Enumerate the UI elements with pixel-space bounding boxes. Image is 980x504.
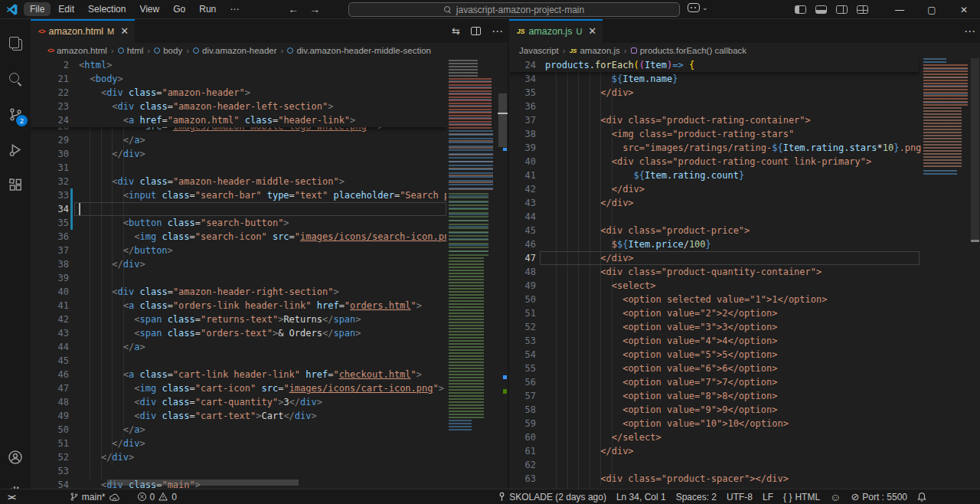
code-line[interactable]: <a href="amazon.html" class="header-link… xyxy=(79,113,355,127)
breadcrumb-item[interactable]: div.amazon-header xyxy=(202,46,277,55)
code-line[interactable]: products.forEach((Item)=> { xyxy=(545,58,694,72)
code-line[interactable]: <div class="amazon-header-middle-section… xyxy=(79,175,345,188)
menu-edit[interactable]: Edit xyxy=(52,2,80,16)
code-line[interactable]: <img class="product-rating-stars" xyxy=(545,127,794,141)
more-icon[interactable] xyxy=(964,25,975,38)
code-line[interactable]: <option value="4">4</option> xyxy=(545,334,777,348)
code-line[interactable]: <div class="amazon-header-left-section"> xyxy=(79,100,333,113)
sticky-scroll[interactable]: 24products.forEach((Item)=> { xyxy=(509,58,919,72)
open-changes-icon[interactable] xyxy=(452,25,460,37)
code-line[interactable]: <span class="returns-text">Returns</span… xyxy=(79,313,361,326)
code-line[interactable]: </a> xyxy=(79,340,145,354)
code-line[interactable]: </div> xyxy=(79,147,145,161)
sidebar-item-accounts[interactable] xyxy=(0,442,31,473)
menu-run[interactable]: Run xyxy=(193,2,222,16)
editor-sash[interactable] xyxy=(508,19,509,489)
breadcrumb-item[interactable]: amazon.html xyxy=(57,46,107,55)
code-line[interactable]: <body> xyxy=(79,72,123,86)
sidebar-item-explorer[interactable] xyxy=(0,28,31,59)
more-icon[interactable] xyxy=(492,25,503,38)
code-line[interactable]: <a class="cart-link header-link" href="c… xyxy=(79,368,422,381)
eol-sequence[interactable]: LF xyxy=(763,492,773,502)
code-line[interactable]: </div> xyxy=(545,444,634,458)
go-back-icon[interactable]: ← xyxy=(288,3,299,15)
split-editor-icon[interactable] xyxy=(471,27,481,35)
language-mode[interactable]: { } HTML xyxy=(783,492,820,502)
scrollbar-thumb[interactable] xyxy=(498,93,507,147)
gitlens-commit-info[interactable]: SKOLADE (2 days ago) xyxy=(498,492,606,502)
code-line[interactable]: <option value="8">8</option> xyxy=(545,389,777,403)
code-line[interactable]: <div class="amazon-header"> xyxy=(79,86,250,100)
code-line[interactable]: <option value="6">6</option> xyxy=(545,362,777,375)
code-line[interactable]: </select> xyxy=(545,430,662,444)
breadcrumb-item[interactable]: products.forEach() callback xyxy=(640,46,746,55)
code-line[interactable]: <option value="9">9</option> xyxy=(545,403,777,417)
live-server-port[interactable]: ⊘ Port : 5500 xyxy=(851,491,907,502)
code-line[interactable]: </div> xyxy=(545,182,645,196)
scrollbar-vertical[interactable] xyxy=(970,58,980,489)
sidebar-item-extensions[interactable] xyxy=(0,169,31,200)
git-branch-status[interactable]: main* xyxy=(70,492,120,502)
breadcrumb-item[interactable]: body xyxy=(163,46,182,55)
code-line[interactable]: <img class="cart-icon" src="images/icons… xyxy=(79,381,444,395)
menu-file[interactable]: File xyxy=(24,2,51,16)
code-line[interactable]: </div> xyxy=(545,251,634,265)
code-line[interactable]: <div class="cart-quantity">3</div> xyxy=(79,395,322,409)
code-line[interactable]: src="images/ratings/rating-${Item.rating… xyxy=(545,141,933,155)
code-line[interactable]: <div class="product-rating-container"> xyxy=(545,113,811,127)
feedback-smiley[interactable]: ☺ xyxy=(830,491,841,503)
scrollbar-thumb[interactable] xyxy=(971,58,979,242)
menu-go[interactable]: Go xyxy=(167,2,191,16)
code-line[interactable]: <option value="2">2</option> xyxy=(545,306,777,320)
sidebar-item-run-debug[interactable] xyxy=(0,134,31,165)
breadcrumb-item[interactable]: Javascript xyxy=(519,46,559,55)
code-line[interactable]: $${Item.price/100} xyxy=(545,237,711,251)
code-line[interactable]: </div> xyxy=(79,257,145,271)
customize-layout-icon[interactable] xyxy=(857,5,868,14)
code-line[interactable]: <div class="amazon-header-right-section"… xyxy=(79,285,339,299)
problems-status[interactable]: 0 0 xyxy=(137,492,177,502)
cursor-position[interactable]: Ln 34, Col 1 xyxy=(616,492,666,502)
minimize-icon[interactable]: — xyxy=(884,0,916,19)
tab-amazon-js[interactable]: JS amazon.js U ✕ xyxy=(509,19,603,43)
menu-selection[interactable]: Selection xyxy=(82,2,132,16)
go-forward-icon[interactable]: → xyxy=(309,3,320,15)
code-line[interactable]: <img class="search-icon" src="images/ico… xyxy=(79,230,466,244)
sidebar-item-source-control[interactable]: 2 xyxy=(0,99,31,129)
code-line[interactable]: <a class="orders-link header-link" href=… xyxy=(79,299,422,313)
code-line[interactable]: <div class="cart-text">Cart</div> xyxy=(79,409,317,423)
editor-amazon-html[interactable]: 28 src="images/amazon-mobile-logo-white.… xyxy=(31,58,508,489)
menu-view[interactable]: View xyxy=(133,2,165,16)
code-line[interactable]: <button class="search-button"> xyxy=(79,216,289,230)
copilot-chat-button[interactable]: ⌄ xyxy=(688,3,708,12)
remote-indicator[interactable]: >< xyxy=(8,493,15,502)
sidebar-item-search[interactable] xyxy=(0,64,31,94)
code-line[interactable]: <html> xyxy=(79,58,112,72)
code-line[interactable]: </div> xyxy=(545,86,634,100)
code-line[interactable]: <input class="search-bar" type="text" pl… xyxy=(79,188,499,202)
scrollbar-vertical[interactable] xyxy=(498,58,508,489)
encoding[interactable]: UTF-8 xyxy=(727,492,753,502)
code-line[interactable]: <option value="10">10</option> xyxy=(545,417,789,430)
toggle-primary-sidebar-icon[interactable] xyxy=(795,5,806,14)
notifications[interactable] xyxy=(917,492,926,502)
editor-amazon-js[interactable]: 34 ${Item.name}35 </div>3637 <div class=… xyxy=(509,58,980,489)
breadcrumb-item[interactable]: amazon.js xyxy=(580,46,619,55)
code-line[interactable]: <div class="product-price"> xyxy=(545,224,750,237)
code-line[interactable]: </div> xyxy=(545,196,634,210)
minimap[interactable] xyxy=(921,58,971,489)
code-line[interactable]: </div> xyxy=(79,450,134,464)
code-line[interactable]: <div class="product-spacer"></div> xyxy=(545,472,789,486)
menu-⋯[interactable]: ⋯ xyxy=(224,2,245,16)
close-icon[interactable]: ✕ xyxy=(948,0,980,19)
code-line[interactable]: <span class="orders-text">& Orders</span… xyxy=(79,326,361,340)
code-line[interactable]: <option value="7">7</option> xyxy=(545,375,777,389)
code-line[interactable]: </div> xyxy=(79,437,145,450)
code-line[interactable]: </button> xyxy=(79,244,173,257)
code-line[interactable]: ${Item.rating.count} xyxy=(545,169,744,182)
minimap[interactable] xyxy=(446,58,498,489)
code-line[interactable]: <option selected value="1">1</option> xyxy=(545,293,827,306)
code-line[interactable]: <div class="product-quantity-container"> xyxy=(545,265,822,279)
breadcrumb-item[interactable]: div.amazon-header-middle-section xyxy=(296,46,431,55)
sticky-scroll[interactable]: 2<html>21 <body>22 <div class="amazon-he… xyxy=(31,58,446,127)
